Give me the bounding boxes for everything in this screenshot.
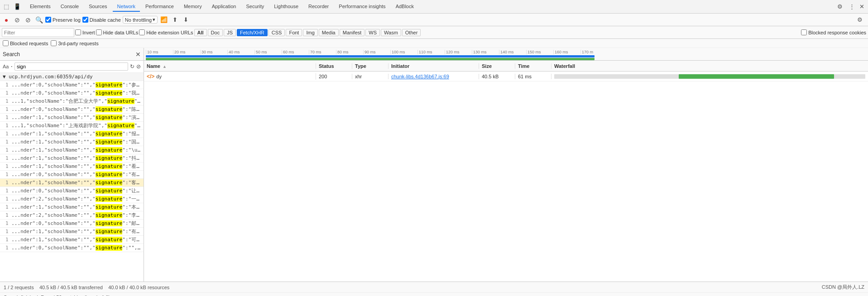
list-item[interactable]: 1 ...nder":1,"schoolName":"","signature"… [0, 228, 144, 236]
tab-network[interactable]: Network [113, 2, 140, 12]
preserve-log-checkbox[interactable] [45, 17, 51, 23]
tab-performance-insights[interactable]: Performance insights [334, 2, 390, 12]
search-close-icon[interactable]: ✕ [135, 51, 141, 58]
list-item[interactable]: 1 ...nder":0,"schoolName":"","signature"… [0, 89, 144, 97]
clear-button[interactable]: ⊘ [13, 15, 22, 24]
disable-cache-checkbox[interactable] [82, 17, 88, 23]
network-settings-icon[interactable]: ⚙ [855, 15, 864, 24]
hide-data-urls-checkbox[interactable] [96, 29, 102, 35]
tab-memory[interactable]: Memory [179, 2, 206, 12]
search-input[interactable] [14, 62, 128, 71]
col-header-size[interactable]: Size [479, 63, 515, 69]
filter-media-btn[interactable]: Media [319, 29, 339, 36]
table-header: Name ▲ Status Type Initiator Size Time W… [144, 61, 868, 72]
blocked-requests-checkbox[interactable] [3, 40, 9, 46]
tab-elements[interactable]: Elements [25, 2, 55, 12]
third-party-label[interactable]: 3rd-party requests [51, 40, 98, 46]
hide-extension-urls-checkbox[interactable] [139, 29, 145, 35]
tab-sources[interactable]: Sources [84, 2, 111, 12]
third-party-checkbox[interactable] [51, 40, 57, 46]
list-item[interactable]: 1 ...nder":1,"schoolName":"","signature"… [0, 154, 144, 162]
cancel-icon[interactable]: ⊘ [136, 63, 141, 70]
hide-extension-urls-label[interactable]: Hide extension URLs [139, 29, 193, 35]
filter-ws-btn[interactable]: WS [365, 29, 380, 36]
filter-img-btn[interactable]: Img [303, 29, 317, 36]
tab-security[interactable]: Security [241, 2, 269, 12]
filter-fetch-xhr-btn[interactable]: Fetch/XHR [237, 29, 268, 36]
search-title: Search [3, 51, 20, 57]
table-body: </> dy 200 xhr chunk-libs.4d136b67.js:69… [144, 72, 868, 282]
export-icon[interactable]: ⬇ [181, 15, 190, 24]
filter-doc-btn[interactable]: Doc [208, 29, 223, 36]
col-header-status[interactable]: Status [316, 63, 352, 69]
preserve-log-label[interactable]: Preserve log [45, 17, 81, 23]
blocked-cookies-label[interactable]: Blocked response cookies [801, 29, 866, 35]
row-waterfall-col [551, 72, 868, 81]
tab-console[interactable]: Console [56, 2, 83, 12]
list-item[interactable]: 1 ...nder":1,"schoolName":"","signature"… [0, 179, 144, 187]
table-row[interactable]: </> dy 200 xhr chunk-libs.4d136b67.js:69… [144, 72, 868, 81]
list-item[interactable]: 1 ...nder":1,"schoolName":"","signature"… [0, 138, 144, 146]
devtools-settings-icon[interactable]: ⚙ [835, 2, 844, 11]
search-results: ▼ ucp.hrdjyun.com:60359/api/dy 1 ...nder… [0, 73, 144, 282]
list-item[interactable]: 1 ...nder":2,"schoolName":"","signature"… [0, 211, 144, 220]
inspect-icon[interactable]: ⬚ [2, 2, 11, 11]
filter-input[interactable] [4, 30, 72, 35]
col-header-type[interactable]: Type [352, 63, 388, 69]
filter-font-btn[interactable]: Font [286, 29, 302, 36]
filter-js-btn[interactable]: JS [224, 29, 236, 36]
device-icon[interactable]: 📱 [13, 2, 22, 11]
blocked-cookies-checkbox[interactable] [801, 29, 807, 35]
list-item[interactable]: 1 ...nder":1,"schoolName":"","signature"… [0, 146, 144, 154]
devtools-icons: ⬚ 📱 [2, 2, 22, 11]
list-item[interactable]: 1 ...1,"schoolName":"上海戏剧学院","signature"… [0, 122, 144, 130]
list-item[interactable]: 1 ...nder":1,"schoolName":"","signature"… [0, 203, 144, 211]
network-conditions-icon[interactable]: 📶 [159, 15, 168, 24]
col-header-waterfall[interactable]: Waterfall [551, 63, 868, 69]
list-item[interactable]: 1 ...nder":1,"schoolName":"","signature"… [0, 162, 144, 171]
tab-recorder[interactable]: Recorder [304, 2, 333, 12]
dot-icon[interactable]: · [10, 62, 12, 71]
filter-icon[interactable]: ⊘ [24, 15, 33, 24]
record-button[interactable]: ● [2, 15, 11, 24]
filter-other-btn[interactable]: Other [402, 29, 421, 36]
list-item[interactable]: 1 ...nder":2,"schoolName":"","signature"… [0, 195, 144, 203]
tab-adblock[interactable]: AdBlock [391, 2, 418, 12]
hide-data-urls-label[interactable]: Hide data URLs [96, 29, 139, 35]
list-item[interactable]: 1 ...nder":1,"schoolName":"","signature"… [0, 130, 144, 138]
list-item[interactable]: 1 ...nder":0,"schoolName":"","signature"… [0, 105, 144, 114]
col-header-name[interactable]: Name ▲ [144, 63, 316, 69]
devtools-more-icon[interactable]: ⋮ [847, 2, 856, 11]
disable-cache-label[interactable]: Disable cache [82, 17, 121, 23]
throttle-select[interactable]: No throttling ▾ [123, 16, 158, 24]
list-item[interactable]: 1 ...1,"schoolName":"合肥工业大学","signature"… [0, 97, 144, 105]
aa-icon[interactable]: Aa [3, 64, 9, 69]
invert-label[interactable]: Invert [75, 29, 95, 35]
status-bar: 1 / 2 requests 40.5 kB / 40.5 kB transfe… [0, 282, 868, 292]
filter-wasm-btn[interactable]: Wasm [381, 29, 401, 36]
list-item[interactable]: 1 ...nder":0,"schoolName":"","signature"… [0, 220, 144, 228]
filter-manifest-btn[interactable]: Manifest [340, 29, 365, 36]
refresh-icon[interactable]: ↻ [130, 63, 134, 70]
row-initiator-col[interactable]: chunk-libs.4d136b67.js:69 [388, 74, 479, 79]
tab-performance[interactable]: Performance [141, 2, 178, 12]
search-input-row: Aa · ↻ ⊘ [0, 61, 144, 73]
col-header-time[interactable]: Time [515, 63, 551, 69]
list-item[interactable]: 1 ...nder":0,"schoolName":"","signature"… [0, 244, 144, 252]
search-icon[interactable]: 🔍 [34, 15, 43, 24]
blocked-requests-label[interactable]: Blocked requests [3, 40, 48, 46]
col-header-initiator[interactable]: Initiator [388, 63, 479, 69]
invert-checkbox[interactable] [75, 29, 81, 35]
tab-lighthouse[interactable]: Lighthouse [269, 2, 303, 12]
list-item[interactable]: 1 ...nder":0,"schoolName":"","signature"… [0, 187, 144, 195]
import-icon[interactable]: ⬆ [170, 15, 179, 24]
filter-css-btn[interactable]: CSS [269, 29, 285, 36]
devtools-close-icon[interactable]: ✕ [857, 2, 866, 11]
filter-all-btn[interactable]: All [194, 29, 207, 36]
list-item[interactable]: 1 ...nder":1,"schoolName":"","signature"… [0, 236, 144, 244]
tab-application[interactable]: Application [207, 2, 241, 12]
result-file-header[interactable]: ▼ ucp.hrdjyun.com:60359/api/dy [0, 73, 144, 81]
list-item[interactable]: 1 ...nder":1,"schoolName":"","signature"… [0, 114, 144, 122]
list-item[interactable]: 1 ...nder":0,"schoolName":"","signature"… [0, 81, 144, 89]
list-item[interactable]: 1 ...nder":0,"schoolName":"","signature"… [0, 171, 144, 179]
